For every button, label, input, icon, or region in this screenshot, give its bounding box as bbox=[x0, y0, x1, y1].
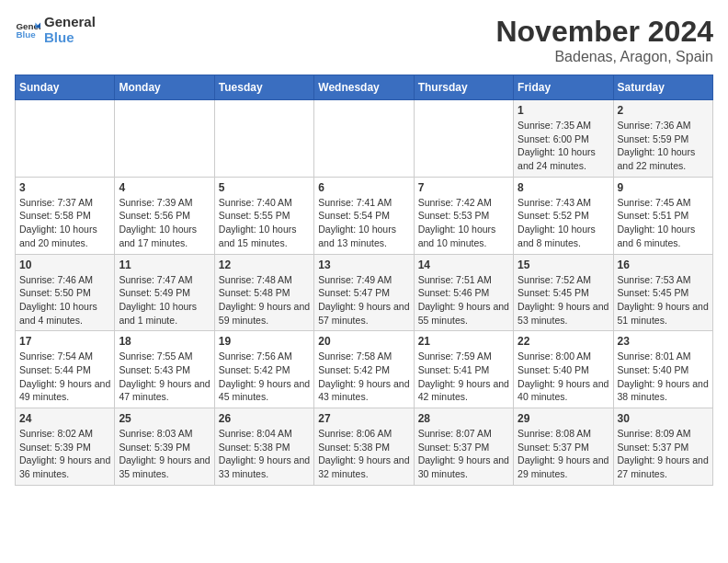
weekday-header-wednesday: Wednesday bbox=[314, 75, 414, 100]
calendar-cell: 14Sunrise: 7:51 AMSunset: 5:46 PMDayligh… bbox=[414, 254, 513, 331]
title-block: November 2024 Badenas, Aragon, Spain bbox=[495, 15, 713, 65]
calendar-table: SundayMondayTuesdayWednesdayThursdayFrid… bbox=[15, 75, 713, 486]
logo-general: General bbox=[44, 15, 96, 30]
day-info: Sunrise: 7:37 AMSunset: 5:58 PMDaylight:… bbox=[19, 196, 110, 250]
calendar-cell: 4Sunrise: 7:39 AMSunset: 5:56 PMDaylight… bbox=[115, 177, 214, 254]
day-info: Sunrise: 8:00 AMSunset: 5:40 PMDaylight:… bbox=[518, 350, 609, 404]
location: Badenas, Aragon, Spain bbox=[495, 49, 713, 65]
day-info: Sunrise: 7:59 AMSunset: 5:41 PMDaylight:… bbox=[418, 350, 509, 404]
page-header: General Blue General Blue November 2024 … bbox=[15, 15, 713, 65]
day-info: Sunrise: 7:46 AMSunset: 5:50 PMDaylight:… bbox=[19, 273, 110, 327]
day-info: Sunrise: 7:53 AMSunset: 5:45 PMDaylight:… bbox=[618, 273, 709, 327]
day-number: 24 bbox=[19, 412, 110, 425]
calendar-cell: 24Sunrise: 8:02 AMSunset: 5:39 PMDayligh… bbox=[16, 408, 115, 486]
calendar-cell: 9Sunrise: 7:45 AMSunset: 5:51 PMDaylight… bbox=[613, 177, 712, 254]
day-info: Sunrise: 7:54 AMSunset: 5:44 PMDaylight:… bbox=[19, 350, 110, 404]
day-info: Sunrise: 7:45 AMSunset: 5:51 PMDaylight:… bbox=[618, 196, 709, 250]
calendar-body: 1Sunrise: 7:35 AMSunset: 6:00 PMDaylight… bbox=[16, 100, 713, 486]
day-number: 8 bbox=[518, 181, 609, 194]
calendar-cell: 27Sunrise: 8:06 AMSunset: 5:38 PMDayligh… bbox=[314, 408, 414, 486]
day-number: 10 bbox=[19, 259, 110, 271]
day-info: Sunrise: 8:06 AMSunset: 5:38 PMDaylight:… bbox=[318, 427, 409, 481]
day-info: Sunrise: 8:03 AMSunset: 5:39 PMDaylight:… bbox=[119, 427, 210, 481]
day-info: Sunrise: 7:43 AMSunset: 5:52 PMDaylight:… bbox=[518, 196, 609, 250]
logo-blue: Blue bbox=[44, 30, 96, 46]
calendar-cell: 10Sunrise: 7:46 AMSunset: 5:50 PMDayligh… bbox=[16, 254, 115, 331]
day-info: Sunrise: 7:47 AMSunset: 5:49 PMDaylight:… bbox=[119, 273, 210, 327]
calendar-cell: 28Sunrise: 8:07 AMSunset: 5:37 PMDayligh… bbox=[414, 408, 513, 486]
calendar-cell: 5Sunrise: 7:40 AMSunset: 5:55 PMDaylight… bbox=[214, 177, 313, 254]
day-number: 17 bbox=[19, 335, 110, 348]
day-number: 2 bbox=[618, 104, 709, 117]
weekday-header-friday: Friday bbox=[514, 75, 613, 100]
logo: General Blue General Blue bbox=[15, 15, 96, 45]
day-info: Sunrise: 8:04 AMSunset: 5:38 PMDaylight:… bbox=[219, 427, 310, 481]
day-number: 18 bbox=[119, 335, 210, 348]
day-info: Sunrise: 7:41 AMSunset: 5:54 PMDaylight:… bbox=[318, 196, 409, 250]
day-number: 27 bbox=[318, 412, 409, 425]
week-row-1: 1Sunrise: 7:35 AMSunset: 6:00 PMDaylight… bbox=[16, 100, 713, 178]
weekday-header-row: SundayMondayTuesdayWednesdayThursdayFrid… bbox=[16, 75, 713, 100]
week-row-5: 24Sunrise: 8:02 AMSunset: 5:39 PMDayligh… bbox=[16, 408, 713, 486]
day-number: 7 bbox=[418, 181, 509, 194]
day-number: 23 bbox=[618, 335, 709, 348]
day-number: 28 bbox=[418, 412, 509, 425]
calendar-cell: 7Sunrise: 7:42 AMSunset: 5:53 PMDaylight… bbox=[414, 177, 513, 254]
svg-text:Blue: Blue bbox=[16, 29, 36, 40]
day-number: 6 bbox=[318, 181, 409, 194]
day-number: 1 bbox=[518, 104, 609, 117]
calendar-cell bbox=[214, 100, 313, 178]
day-info: Sunrise: 7:36 AMSunset: 5:59 PMDaylight:… bbox=[618, 119, 709, 173]
calendar-cell: 2Sunrise: 7:36 AMSunset: 5:59 PMDaylight… bbox=[613, 100, 712, 178]
weekday-header-sunday: Sunday bbox=[16, 75, 115, 100]
day-number: 13 bbox=[318, 259, 409, 271]
day-number: 12 bbox=[219, 259, 310, 271]
day-number: 21 bbox=[418, 335, 509, 348]
logo-icon: General Blue bbox=[15, 17, 40, 43]
weekday-header-monday: Monday bbox=[115, 75, 214, 100]
calendar-cell: 12Sunrise: 7:48 AMSunset: 5:48 PMDayligh… bbox=[214, 254, 313, 331]
day-number: 3 bbox=[19, 181, 110, 194]
calendar-cell: 18Sunrise: 7:55 AMSunset: 5:43 PMDayligh… bbox=[115, 331, 214, 408]
day-info: Sunrise: 8:08 AMSunset: 5:37 PMDaylight:… bbox=[518, 427, 609, 481]
calendar-cell: 1Sunrise: 7:35 AMSunset: 6:00 PMDaylight… bbox=[514, 100, 613, 178]
weekday-header-thursday: Thursday bbox=[414, 75, 513, 100]
week-row-2: 3Sunrise: 7:37 AMSunset: 5:58 PMDaylight… bbox=[16, 177, 713, 254]
weekday-header-saturday: Saturday bbox=[613, 75, 712, 100]
day-info: Sunrise: 8:01 AMSunset: 5:40 PMDaylight:… bbox=[618, 350, 709, 404]
day-number: 29 bbox=[518, 412, 609, 425]
calendar-cell: 22Sunrise: 8:00 AMSunset: 5:40 PMDayligh… bbox=[514, 331, 613, 408]
day-number: 16 bbox=[618, 259, 709, 271]
day-number: 5 bbox=[219, 181, 310, 194]
week-row-3: 10Sunrise: 7:46 AMSunset: 5:50 PMDayligh… bbox=[16, 254, 713, 331]
month-title: November 2024 bbox=[495, 15, 713, 49]
calendar-cell: 20Sunrise: 7:58 AMSunset: 5:42 PMDayligh… bbox=[314, 331, 414, 408]
calendar-cell: 21Sunrise: 7:59 AMSunset: 5:41 PMDayligh… bbox=[414, 331, 513, 408]
calendar-cell: 29Sunrise: 8:08 AMSunset: 5:37 PMDayligh… bbox=[514, 408, 613, 486]
day-info: Sunrise: 7:55 AMSunset: 5:43 PMDaylight:… bbox=[119, 350, 210, 404]
day-number: 4 bbox=[119, 181, 210, 194]
calendar-cell bbox=[115, 100, 214, 178]
calendar-cell: 8Sunrise: 7:43 AMSunset: 5:52 PMDaylight… bbox=[514, 177, 613, 254]
calendar-cell: 13Sunrise: 7:49 AMSunset: 5:47 PMDayligh… bbox=[314, 254, 414, 331]
day-info: Sunrise: 7:58 AMSunset: 5:42 PMDaylight:… bbox=[318, 350, 409, 404]
day-number: 15 bbox=[518, 259, 609, 271]
calendar-cell: 19Sunrise: 7:56 AMSunset: 5:42 PMDayligh… bbox=[214, 331, 313, 408]
weekday-header-tuesday: Tuesday bbox=[214, 75, 313, 100]
day-info: Sunrise: 8:09 AMSunset: 5:37 PMDaylight:… bbox=[618, 427, 709, 481]
day-info: Sunrise: 7:49 AMSunset: 5:47 PMDaylight:… bbox=[318, 273, 409, 327]
day-info: Sunrise: 7:48 AMSunset: 5:48 PMDaylight:… bbox=[219, 273, 310, 327]
day-number: 25 bbox=[119, 412, 210, 425]
week-row-4: 17Sunrise: 7:54 AMSunset: 5:44 PMDayligh… bbox=[16, 331, 713, 408]
day-number: 22 bbox=[518, 335, 609, 348]
calendar-cell: 16Sunrise: 7:53 AMSunset: 5:45 PMDayligh… bbox=[613, 254, 712, 331]
calendar-cell bbox=[16, 100, 115, 178]
day-info: Sunrise: 7:56 AMSunset: 5:42 PMDaylight:… bbox=[219, 350, 310, 404]
day-info: Sunrise: 7:40 AMSunset: 5:55 PMDaylight:… bbox=[219, 196, 310, 250]
calendar-cell: 23Sunrise: 8:01 AMSunset: 5:40 PMDayligh… bbox=[613, 331, 712, 408]
day-number: 26 bbox=[219, 412, 310, 425]
calendar-cell: 6Sunrise: 7:41 AMSunset: 5:54 PMDaylight… bbox=[314, 177, 414, 254]
calendar-cell: 30Sunrise: 8:09 AMSunset: 5:37 PMDayligh… bbox=[613, 408, 712, 486]
day-number: 20 bbox=[318, 335, 409, 348]
day-number: 11 bbox=[119, 259, 210, 271]
